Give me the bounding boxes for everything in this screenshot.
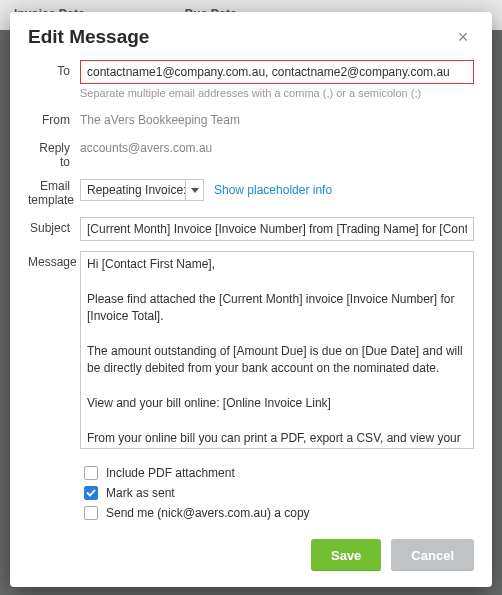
send-me-copy-checkbox[interactable] [84, 506, 98, 520]
modal-footer: Save Cancel [10, 529, 492, 587]
subject-input[interactable] [80, 217, 474, 241]
from-value: The aVers Bookkeeping Team [80, 109, 474, 127]
mark-as-sent-label: Mark as sent [106, 486, 175, 500]
send-me-copy-label: Send me (nick@avers.com.au) a copy [106, 506, 310, 520]
message-label: Message [28, 251, 80, 269]
email-template-selected: Repeating Invoice: Pa [81, 183, 185, 197]
reply-to-value: accounts@avers.com.au [80, 137, 474, 155]
to-input[interactable] [80, 60, 474, 84]
edit-message-modal: Edit Message × To Separate multiple emai… [10, 12, 492, 587]
template-label: Email template [28, 179, 80, 207]
show-placeholder-info-link[interactable]: Show placeholder info [214, 183, 332, 197]
to-label: To [28, 60, 80, 78]
close-button[interactable]: × [452, 26, 474, 48]
cancel-button[interactable]: Cancel [391, 539, 474, 571]
to-hint: Separate multiple email addresses with a… [80, 87, 474, 99]
modal-header: Edit Message × [10, 12, 492, 58]
email-template-dropdown-button[interactable] [185, 180, 203, 200]
from-label: From [28, 109, 80, 127]
save-button[interactable]: Save [311, 539, 381, 571]
close-icon: × [458, 27, 469, 48]
message-textarea[interactable] [80, 251, 474, 449]
modal-body: To Separate multiple email addresses wit… [10, 58, 492, 529]
modal-title: Edit Message [28, 26, 149, 48]
include-pdf-checkbox[interactable] [84, 466, 98, 480]
subject-label: Subject [28, 217, 80, 235]
email-template-select[interactable]: Repeating Invoice: Pa [80, 179, 204, 201]
caret-down-icon [191, 188, 199, 193]
reply-to-label: Reply to [28, 137, 80, 169]
mark-as-sent-checkbox[interactable] [84, 486, 98, 500]
include-pdf-label: Include PDF attachment [106, 466, 235, 480]
